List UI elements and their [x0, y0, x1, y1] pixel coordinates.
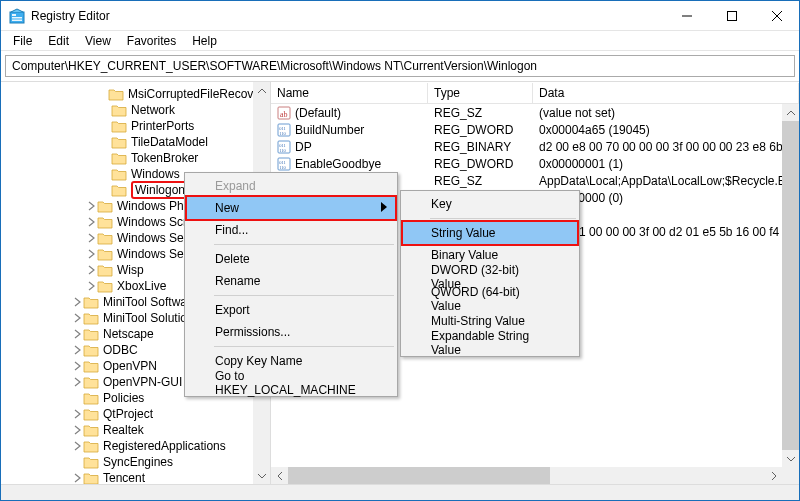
expand-icon[interactable]: [71, 328, 83, 340]
tree-item[interactable]: Network: [1, 102, 270, 118]
tree-item[interactable]: MsiCorruptedFileRecovery: [1, 86, 270, 102]
expand-icon[interactable]: [71, 376, 83, 388]
expand-icon[interactable]: [85, 280, 97, 292]
values-header: Name Type Data: [271, 82, 799, 104]
expand-icon[interactable]: [85, 200, 97, 212]
address-text: Computer\HKEY_CURRENT_USER\SOFTWARE\Micr…: [12, 59, 537, 73]
expand-icon[interactable]: [71, 440, 83, 452]
ctx-permissions[interactable]: Permissions...: [187, 321, 395, 343]
expand-icon[interactable]: [71, 344, 83, 356]
new-qword-value[interactable]: QWORD (64-bit) Value: [403, 288, 577, 310]
value-type: REG_DWORD: [428, 123, 533, 137]
folder-icon: [83, 311, 99, 325]
expand-icon[interactable]: [85, 248, 97, 260]
expand-icon[interactable]: [85, 232, 97, 244]
folder-icon: [83, 295, 99, 309]
expand-icon[interactable]: [85, 216, 97, 228]
menu-help[interactable]: Help: [184, 32, 225, 50]
new-key[interactable]: Key: [403, 193, 577, 215]
tree-item[interactable]: SyncEngines: [1, 454, 270, 470]
scroll-left-button[interactable]: [271, 467, 288, 484]
tree-item[interactable]: QtProject: [1, 406, 270, 422]
value-row[interactable]: BuildNumberREG_DWORD0x00004a65 (19045): [271, 121, 799, 138]
tree-item-label: Wisp: [117, 263, 144, 277]
list-hscroll-thumb[interactable]: [288, 467, 550, 484]
value-row[interactable]: DPREG_BINARYd2 00 e8 00 70 00 00 00 3f 0…: [271, 138, 799, 155]
tree-item[interactable]: Realtek: [1, 422, 270, 438]
folder-icon: [111, 119, 127, 133]
expand-icon[interactable]: [85, 264, 97, 276]
expand-icon[interactable]: [71, 424, 83, 436]
folder-icon: [111, 103, 127, 117]
binary-value-icon: [277, 123, 291, 137]
maximize-button[interactable]: [709, 1, 754, 30]
ctx-separator: [214, 244, 394, 245]
scroll-corner: [782, 467, 799, 484]
value-row[interactable]: EnableGoodbyeREG_DWORD0x00000001 (1): [271, 155, 799, 172]
value-data: (value not set): [533, 106, 799, 120]
ctx-new[interactable]: New: [187, 197, 395, 219]
menu-file[interactable]: File: [5, 32, 40, 50]
value-type: REG_SZ: [428, 106, 533, 120]
folder-icon: [111, 183, 127, 197]
ctx-find[interactable]: Find...: [187, 219, 395, 241]
expand-icon[interactable]: [71, 472, 83, 484]
ctx-export[interactable]: Export: [187, 299, 395, 321]
tree-spacer: [99, 168, 111, 180]
value-row[interactable]: (Default)REG_SZ(value not set): [271, 104, 799, 121]
new-submenu: Key String Value Binary Value DWORD (32-…: [400, 190, 580, 357]
column-name[interactable]: Name: [271, 83, 428, 103]
binary-value-icon: [277, 140, 291, 154]
new-string-value[interactable]: String Value: [403, 222, 577, 244]
tree-item-label: Policies: [103, 391, 144, 405]
list-hscrollbar[interactable]: [271, 467, 782, 484]
folder-icon: [97, 215, 113, 229]
tree-item[interactable]: TokenBroker: [1, 150, 270, 166]
tree-item[interactable]: PrinterPorts: [1, 118, 270, 134]
statusbar: [1, 484, 799, 500]
tree-item-label: ODBC: [103, 343, 138, 357]
tree-item-label: Winlogon: [131, 181, 189, 199]
value-data: AppData\Local;AppData\LocalLow;$Recycle.…: [533, 174, 799, 188]
tree-item[interactable]: Tencent: [1, 470, 270, 484]
scroll-down-button[interactable]: [253, 467, 270, 484]
menu-favorites[interactable]: Favorites: [119, 32, 184, 50]
tree-item[interactable]: RegisteredApplications: [1, 438, 270, 454]
tree-item-label: TileDataModel: [131, 135, 208, 149]
close-button[interactable]: [754, 1, 799, 30]
minimize-button[interactable]: [664, 1, 709, 30]
folder-icon: [83, 455, 99, 469]
tree-spacer: [99, 184, 111, 196]
scroll-right-button[interactable]: [765, 467, 782, 484]
expand-icon[interactable]: [71, 296, 83, 308]
expand-icon[interactable]: [71, 312, 83, 324]
ctx-expand[interactable]: Expand: [187, 175, 395, 197]
list-vscrollbar[interactable]: [782, 104, 799, 467]
folder-icon: [83, 439, 99, 453]
scroll-down-button[interactable]: [782, 450, 799, 467]
scroll-up-button[interactable]: [782, 104, 799, 121]
tree-item[interactable]: TileDataModel: [1, 134, 270, 150]
scroll-up-button[interactable]: [253, 82, 270, 99]
value-name: EnableGoodbye: [295, 157, 381, 171]
string-value-icon: [277, 106, 291, 120]
ctx-rename[interactable]: Rename: [187, 270, 395, 292]
menu-view[interactable]: View: [77, 32, 119, 50]
ctx-goto-hklm[interactable]: Go to HKEY_LOCAL_MACHINE: [187, 372, 395, 394]
list-scroll-thumb[interactable]: [782, 121, 799, 450]
menu-edit[interactable]: Edit: [40, 32, 77, 50]
tree-spacer: [99, 136, 111, 148]
expand-icon[interactable]: [71, 360, 83, 372]
address-bar[interactable]: Computer\HKEY_CURRENT_USER\SOFTWARE\Micr…: [5, 55, 795, 77]
value-data: 0x00000001 (1): [533, 157, 799, 171]
new-expandstring-value[interactable]: Expandable String Value: [403, 332, 577, 354]
menubar: File Edit View Favorites Help: [1, 31, 799, 51]
column-data[interactable]: Data: [533, 83, 799, 103]
expand-icon[interactable]: [71, 408, 83, 420]
folder-icon: [97, 199, 113, 213]
tree-spacer: [71, 456, 83, 468]
column-type[interactable]: Type: [428, 83, 533, 103]
folder-icon: [83, 391, 99, 405]
tree-item-label: PrinterPorts: [131, 119, 194, 133]
ctx-delete[interactable]: Delete: [187, 248, 395, 270]
